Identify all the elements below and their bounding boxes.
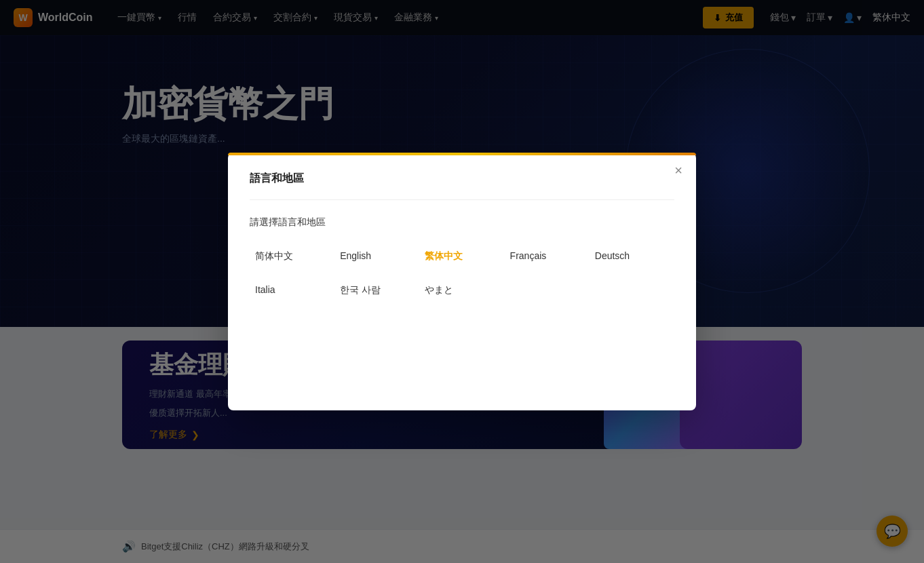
language-option-7[interactable]: やまと	[419, 276, 504, 305]
language-option-4[interactable]: Deutsch	[590, 242, 674, 271]
close-button[interactable]: ×	[674, 163, 682, 177]
language-option-2[interactable]: 繁体中文	[419, 242, 504, 271]
language-option-3[interactable]: Français	[505, 242, 590, 271]
language-option-5[interactable]: Italia	[250, 276, 334, 305]
language-option-6[interactable]: 한국 사람	[334, 276, 419, 305]
modal-divider	[250, 199, 674, 200]
modal-subtitle: 請選擇語言和地區	[250, 216, 674, 229]
language-option-0[interactable]: 简体中文	[250, 242, 334, 271]
language-option-1[interactable]: English	[334, 242, 419, 271]
language-grid: 简体中文English繁体中文FrançaisDeutschItalia한국 사…	[250, 242, 674, 305]
modal-overlay[interactable]: 語言和地區 × 請選擇語言和地區 简体中文English繁体中文Français…	[0, 0, 924, 563]
modal-top-bar	[228, 153, 696, 155]
language-modal: 語言和地區 × 請選擇語言和地區 简体中文English繁体中文Français…	[228, 153, 696, 410]
modal-title: 語言和地區	[250, 172, 674, 186]
